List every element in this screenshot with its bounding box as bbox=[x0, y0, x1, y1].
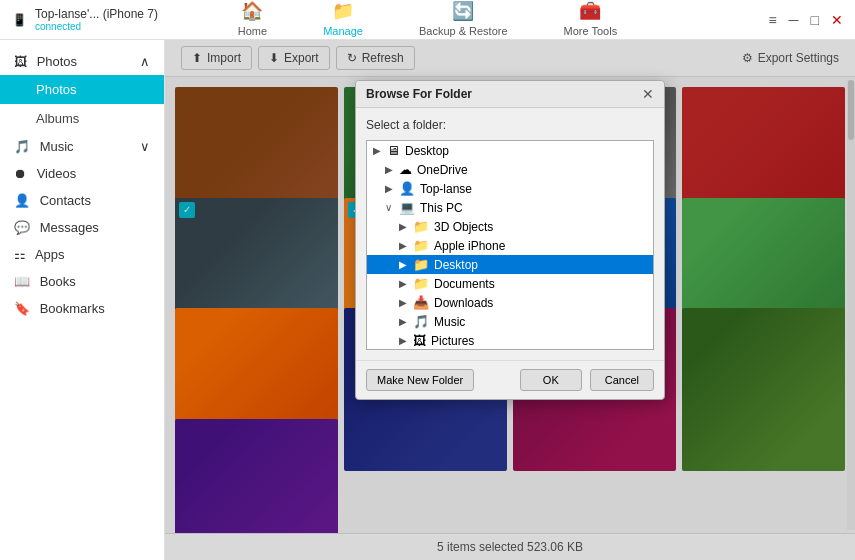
maximize-button[interactable]: □ bbox=[811, 12, 819, 28]
apps-section-label: Apps bbox=[35, 247, 65, 262]
phone-icon: 📱 bbox=[12, 13, 27, 27]
bookmarks-section-icon: 🔖 bbox=[14, 301, 30, 316]
apps-section-icon: ⚏ bbox=[14, 247, 26, 262]
expander-icon: ▶ bbox=[385, 183, 399, 194]
videos-section-label: Videos bbox=[37, 166, 77, 181]
tree-item-documents[interactable]: ▶ 📁 Documents bbox=[367, 274, 653, 293]
minimize-button[interactable]: ─ bbox=[789, 12, 799, 28]
sidebar-section-apps[interactable]: ⚏ Apps bbox=[0, 241, 164, 268]
dialog-title-bar: Browse For Folder ✕ bbox=[356, 81, 664, 108]
expander-icon: ▶ bbox=[399, 221, 413, 232]
dialog-title: Browse For Folder bbox=[366, 87, 472, 101]
tree-item-label: Apple iPhone bbox=[434, 239, 505, 253]
device-name: Top-lanse'... (iPhone 7) bbox=[35, 7, 158, 21]
folder-icon: 💻 bbox=[399, 200, 415, 215]
expander-icon: ▶ bbox=[399, 259, 413, 270]
sidebar-section-music[interactable]: 🎵 Music ∨ bbox=[0, 133, 164, 160]
menu-button[interactable]: ≡ bbox=[768, 12, 776, 28]
close-button[interactable]: ✕ bbox=[831, 12, 843, 28]
folder-icon: 👤 bbox=[399, 181, 415, 196]
tree-item-desktop-selected[interactable]: ▶ 📁 Desktop bbox=[367, 255, 653, 274]
tree-item-top-lanse[interactable]: ▶ 👤 Top-lanse bbox=[367, 179, 653, 198]
cancel-button[interactable]: Cancel bbox=[590, 369, 654, 391]
expander-icon: ▶ bbox=[399, 335, 413, 346]
photos-chevron-icon: ∧ bbox=[140, 54, 150, 69]
sidebar-item-albums[interactable]: Albums bbox=[0, 104, 164, 133]
folder-icon: 📁 bbox=[413, 238, 429, 253]
tree-item-label: Desktop bbox=[405, 144, 449, 158]
sidebar-section-photos[interactable]: 🖼 Photos ∧ bbox=[0, 48, 164, 75]
tree-item-music[interactable]: ▶ 🎵 Music bbox=[367, 312, 653, 331]
make-new-folder-button[interactable]: Make New Folder bbox=[366, 369, 474, 391]
window-controls: ≡ ─ □ ✕ bbox=[768, 12, 843, 28]
backup-icon: 🔄 bbox=[452, 0, 474, 22]
folder-icon: 🖼 bbox=[413, 333, 426, 348]
messages-section-icon: 💬 bbox=[14, 220, 30, 235]
ok-button[interactable]: OK bbox=[520, 369, 582, 391]
sidebar-item-photos[interactable]: Photos bbox=[0, 75, 164, 104]
tree-item-3d-objects[interactable]: ▶ 📁 3D Objects bbox=[367, 217, 653, 236]
tree-item-apple-iphone[interactable]: ▶ 📁 Apple iPhone bbox=[367, 236, 653, 255]
expander-icon: ▶ bbox=[385, 164, 399, 175]
nav-bar: 🏠 Home 📁 Manage 🔄 Backup & Restore 🧰 Mor… bbox=[230, 0, 625, 43]
expander-icon: ▶ bbox=[373, 145, 387, 156]
sidebar-section-books[interactable]: 📖 Books bbox=[0, 268, 164, 295]
device-status: connected bbox=[35, 21, 158, 32]
expander-icon: ▶ bbox=[399, 297, 413, 308]
expander-icon: ▶ bbox=[399, 278, 413, 289]
folder-tree[interactable]: ▶ 🖥 Desktop ▶ ☁ OneDrive ▶ bbox=[366, 140, 654, 350]
tree-item-label: Music bbox=[434, 315, 465, 329]
sidebar: 🖼 Photos ∧ Photos Albums 🎵 Music ∨ ⏺ Vid… bbox=[0, 40, 165, 560]
music-section-icon: 🎵 bbox=[14, 139, 30, 154]
tree-item-label: Desktop bbox=[434, 258, 478, 272]
folder-icon: 🖥 bbox=[387, 143, 400, 158]
folder-icon: 📁 bbox=[413, 219, 429, 234]
videos-section-icon: ⏺ bbox=[14, 166, 27, 181]
content-area: ⬆ Import ⬇ Export ↻ Refresh ⚙ Export Set… bbox=[165, 40, 855, 560]
browse-folder-dialog: Browse For Folder ✕ Select a folder: ▶ 🖥… bbox=[355, 80, 665, 400]
messages-section-label: Messages bbox=[40, 220, 99, 235]
nav-home[interactable]: 🏠 Home bbox=[230, 0, 275, 43]
tree-item-desktop-root[interactable]: ▶ 🖥 Desktop bbox=[367, 141, 653, 160]
tree-item-label: 3D Objects bbox=[434, 220, 493, 234]
photos-section-icon: 🖼 bbox=[14, 54, 27, 69]
tree-item-pictures[interactable]: ▶ 🖼 Pictures bbox=[367, 331, 653, 350]
nav-backup-label: Backup & Restore bbox=[419, 25, 508, 37]
dialog-close-button[interactable]: ✕ bbox=[642, 87, 654, 101]
tree-item-label: Documents bbox=[434, 277, 495, 291]
nav-home-label: Home bbox=[238, 25, 267, 37]
device-info: 📱 Top-lanse'... (iPhone 7) connected bbox=[12, 7, 158, 32]
manage-icon: 📁 bbox=[332, 0, 354, 22]
nav-manage[interactable]: 📁 Manage bbox=[315, 0, 371, 43]
sidebar-section-messages[interactable]: 💬 Messages bbox=[0, 214, 164, 241]
cancel-label: Cancel bbox=[605, 374, 639, 386]
tree-item-label: OneDrive bbox=[417, 163, 468, 177]
expander-icon: ▶ bbox=[399, 240, 413, 251]
tree-item-this-pc[interactable]: ∨ 💻 This PC bbox=[367, 198, 653, 217]
music-section-label: Music bbox=[40, 139, 74, 154]
main-layout: 🖼 Photos ∧ Photos Albums 🎵 Music ∨ ⏺ Vid… bbox=[0, 40, 855, 560]
music-chevron-icon: ∨ bbox=[140, 139, 150, 154]
tree-item-label: This PC bbox=[420, 201, 463, 215]
folder-icon: ☁ bbox=[399, 162, 412, 177]
folder-icon: 📁 bbox=[413, 257, 429, 272]
tree-item-onedrive[interactable]: ▶ ☁ OneDrive bbox=[367, 160, 653, 179]
dialog-footer: Make New Folder OK Cancel bbox=[356, 360, 664, 399]
nav-backup[interactable]: 🔄 Backup & Restore bbox=[411, 0, 516, 43]
home-icon: 🏠 bbox=[241, 0, 263, 22]
tree-item-downloads[interactable]: ▶ 📥 Downloads bbox=[367, 293, 653, 312]
books-section-icon: 📖 bbox=[14, 274, 30, 289]
nav-more-tools[interactable]: 🧰 More Tools bbox=[556, 0, 626, 43]
tree-item-label: Downloads bbox=[434, 296, 493, 310]
contacts-section-icon: 👤 bbox=[14, 193, 30, 208]
folder-icon: 📁 bbox=[413, 276, 429, 291]
sidebar-section-contacts[interactable]: 👤 Contacts bbox=[0, 187, 164, 214]
dialog-footer-right: OK Cancel bbox=[520, 369, 654, 391]
sidebar-section-videos[interactable]: ⏺ Videos bbox=[0, 160, 164, 187]
nav-manage-label: Manage bbox=[323, 25, 363, 37]
expander-icon: ▶ bbox=[399, 316, 413, 327]
sidebar-section-bookmarks[interactable]: 🔖 Bookmarks bbox=[0, 295, 164, 322]
modal-overlay: Browse For Folder ✕ Select a folder: ▶ 🖥… bbox=[165, 40, 855, 560]
make-new-folder-label: Make New Folder bbox=[377, 374, 463, 386]
folder-icon: 🎵 bbox=[413, 314, 429, 329]
